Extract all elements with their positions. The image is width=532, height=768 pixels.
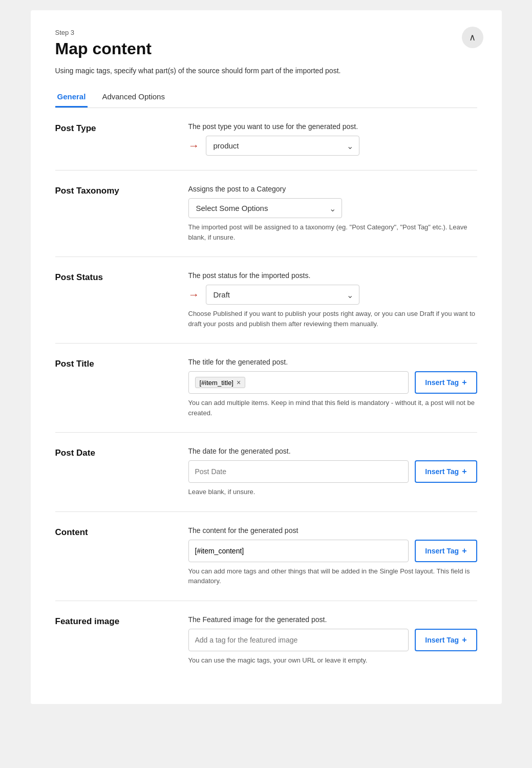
content-input-row: [#item_content] Insert Tag +	[188, 540, 477, 562]
post-title-note: You can add multiple items. Keep in mind…	[188, 398, 477, 418]
plus-icon: +	[462, 467, 466, 476]
tag-text: [#item_title]	[200, 379, 233, 387]
post-date-content: The date for the generated post. Insert …	[188, 447, 477, 497]
section-featured-image: Featured image The Featured image for th…	[55, 601, 477, 680]
post-status-description: The post status for the imported posts.	[188, 271, 477, 280]
post-type-arrow-row: → product post page ⌄	[188, 136, 477, 156]
post-type-label: Post Type	[55, 122, 188, 134]
post-title-content: The title for the generated post. [#item…	[188, 358, 477, 418]
post-type-description: The post type you want to use for the ge…	[188, 122, 477, 131]
content-tag-box[interactable]: [#item_content]	[188, 540, 409, 562]
post-taxonomy-description: Assigns the post to a Category	[188, 185, 477, 193]
section-content: Content The content for the generated po…	[55, 512, 477, 601]
tag-remove-icon[interactable]: ×	[237, 378, 241, 387]
post-type-select-wrapper: product post page ⌄	[206, 136, 359, 156]
post-date-input[interactable]	[188, 460, 409, 483]
post-taxonomy-select[interactable]: Select Some Options	[188, 198, 342, 218]
post-status-content: The post status for the imported posts. …	[188, 271, 477, 329]
post-title-input-row: [#item_title] × Insert Tag +	[188, 371, 477, 394]
post-title-description: The title for the generated post.	[188, 358, 477, 366]
main-card: ∧ Step 3 Map content Using magic tags, s…	[31, 10, 502, 704]
post-taxonomy-note: The imported post will be assigned to a …	[188, 222, 477, 242]
featured-image-label: Featured image	[55, 615, 188, 627]
content-label: Content	[55, 526, 188, 538]
item-title-tag: [#item_title] ×	[195, 377, 246, 388]
tabs-bar: General Advanced Options	[55, 87, 477, 108]
section-post-type: Post Type The post type you want to use …	[55, 108, 477, 170]
collapse-button[interactable]: ∧	[462, 27, 483, 48]
section-post-date: Post Date The date for the generated pos…	[55, 433, 477, 512]
post-type-select[interactable]: product post page	[206, 136, 359, 156]
section-post-status: Post Status The post status for the impo…	[55, 257, 477, 344]
featured-image-input-row: Insert Tag +	[188, 629, 477, 651]
plus-icon: +	[462, 635, 466, 645]
post-date-note: Leave blank, if unsure.	[188, 487, 477, 497]
content-insert-tag-button[interactable]: Insert Tag +	[415, 540, 477, 562]
post-taxonomy-label: Post Taxonomy	[55, 185, 188, 196]
insert-tag-label: Insert Tag	[425, 378, 459, 387]
post-type-content: The post type you want to use for the ge…	[188, 122, 477, 156]
page-title: Map content	[55, 39, 477, 58]
post-date-description: The date for the generated post.	[188, 447, 477, 455]
content-note: You can add more tags and other things t…	[188, 566, 477, 586]
featured-image-input[interactable]	[188, 629, 409, 651]
featured-image-insert-tag-button[interactable]: Insert Tag +	[415, 629, 477, 651]
post-status-note: Choose Published if you want to publish …	[188, 309, 477, 329]
page-description: Using magic tags, specify what part(s) o…	[55, 67, 477, 75]
content-description: The content for the generated post	[188, 526, 477, 535]
insert-tag-label: Insert Tag	[425, 467, 459, 476]
post-title-insert-tag-button[interactable]: Insert Tag +	[415, 371, 477, 394]
post-title-label: Post Title	[55, 358, 188, 369]
post-taxonomy-content: Assigns the post to a Category Select So…	[188, 185, 477, 242]
post-date-label: Post Date	[55, 447, 188, 458]
featured-image-content: The Featured image for the generated pos…	[188, 615, 477, 666]
item-content-tag-text: [#item_content]	[195, 547, 244, 555]
insert-tag-label: Insert Tag	[425, 636, 459, 644]
post-title-tag-box[interactable]: [#item_title] ×	[188, 371, 409, 394]
section-post-title: Post Title The title for the generated p…	[55, 344, 477, 433]
content-section-content: The content for the generated post [#ite…	[188, 526, 477, 586]
post-status-label: Post Status	[55, 271, 188, 283]
tab-advanced-options[interactable]: Advanced Options	[100, 87, 167, 108]
post-status-select[interactable]: Draft Published Pending Private	[206, 285, 359, 305]
step-label: Step 3	[55, 29, 477, 36]
tab-general[interactable]: General	[55, 87, 88, 108]
red-arrow-icon: →	[188, 288, 200, 302]
post-status-select-wrapper: Draft Published Pending Private ⌄	[206, 285, 359, 305]
plus-icon: +	[462, 378, 466, 387]
featured-image-description: The Featured image for the generated pos…	[188, 615, 477, 624]
post-date-input-row: Insert Tag +	[188, 460, 477, 483]
post-date-insert-tag-button[interactable]: Insert Tag +	[415, 460, 477, 483]
chevron-up-icon: ∧	[469, 32, 476, 43]
insert-tag-label: Insert Tag	[425, 547, 459, 555]
featured-image-note: You can use the magic tags, your own URL…	[188, 655, 477, 666]
plus-icon: +	[462, 546, 466, 556]
post-taxonomy-select-wrapper: Select Some Options ⌄	[188, 198, 342, 218]
section-post-taxonomy: Post Taxonomy Assigns the post to a Cate…	[55, 170, 477, 257]
red-arrow-icon: →	[188, 139, 200, 153]
post-status-arrow-row: → Draft Published Pending Private ⌄	[188, 285, 477, 305]
